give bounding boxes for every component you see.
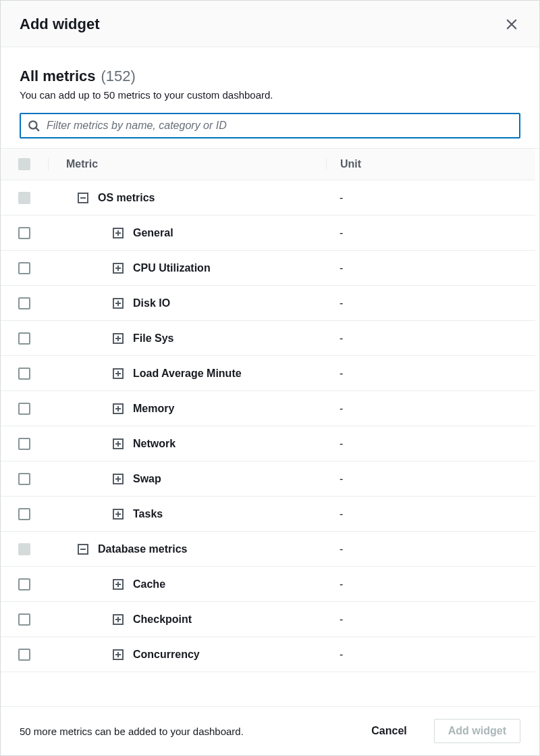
header-unit[interactable]: Unit [326, 158, 535, 170]
expand-icon[interactable] [113, 579, 124, 590]
row-checkbox[interactable] [18, 473, 30, 485]
svg-line-3 [36, 128, 39, 131]
table-row[interactable]: CPU Utilization- [1, 251, 535, 286]
row-checkbox[interactable] [18, 508, 30, 520]
table-header-row: Metric Unit [1, 149, 535, 180]
row-checkbox[interactable] [18, 192, 30, 204]
intro-section: All metrics (152) You can add up to 50 m… [1, 47, 539, 113]
row-checkbox[interactable] [18, 649, 30, 661]
search-section [1, 113, 539, 148]
row-checkbox[interactable] [18, 332, 30, 345]
unit-value: - [326, 613, 535, 626]
expand-icon[interactable] [113, 263, 124, 274]
intro-title-text: All metrics [20, 68, 96, 85]
unit-value: - [326, 508, 535, 520]
expand-icon[interactable] [113, 509, 124, 520]
expand-icon[interactable] [113, 228, 124, 238]
expand-icon[interactable] [113, 474, 124, 484]
collapse-icon[interactable] [78, 193, 88, 203]
svg-point-2 [29, 121, 36, 128]
close-icon [506, 18, 518, 30]
unit-value: - [326, 403, 535, 415]
modal-footer: 50 more metrics can be added to your das… [1, 706, 539, 755]
collapse-icon[interactable] [78, 544, 88, 555]
table-row[interactable]: Cache- [1, 567, 535, 602]
add-widget-button[interactable]: Add widget [434, 719, 520, 743]
unit-value: - [326, 227, 535, 239]
row-checkbox[interactable] [18, 613, 30, 626]
table-scroll[interactable]: Metric Unit OS metrics-General-CPU Utili… [1, 149, 539, 706]
table-row[interactable]: File Sys- [1, 321, 535, 356]
unit-value: - [326, 332, 535, 345]
metric-label: Cache [133, 578, 165, 590]
unit-value: - [326, 543, 535, 555]
expand-icon[interactable] [113, 403, 124, 414]
modal-title: Add widget [20, 16, 100, 33]
table-row[interactable]: Concurrency- [1, 637, 535, 672]
metric-label: File Sys [133, 332, 173, 345]
metric-label: Swap [133, 473, 161, 485]
expand-icon[interactable] [113, 333, 124, 344]
row-checkbox[interactable] [18, 543, 30, 555]
unit-value: - [326, 368, 535, 380]
unit-value: - [326, 297, 535, 309]
expand-icon[interactable] [113, 649, 124, 660]
row-checkbox[interactable] [18, 578, 30, 590]
modal-header: Add widget [1, 1, 539, 47]
unit-value: - [326, 262, 535, 274]
footer-text: 50 more metrics can be added to your das… [20, 726, 344, 737]
intro-count: (152) [101, 68, 136, 85]
table-row[interactable]: General- [1, 216, 535, 251]
table-row[interactable]: Disk IO- [1, 286, 535, 321]
metric-label: General [133, 227, 173, 239]
row-checkbox[interactable] [18, 297, 30, 309]
metric-label: Network [133, 438, 176, 450]
intro-subtitle: You can add up to 50 metrics to your cus… [20, 89, 520, 101]
table-row[interactable]: Memory- [1, 391, 535, 426]
metric-label: Database metrics [98, 543, 188, 555]
metric-label: Concurrency [133, 649, 200, 661]
table-row[interactable]: Tasks- [1, 497, 535, 532]
row-checkbox[interactable] [18, 403, 30, 415]
cancel-button[interactable]: Cancel [358, 720, 420, 742]
metric-label: Load Average Minute [133, 368, 242, 380]
row-checkbox[interactable] [18, 262, 30, 274]
expand-icon[interactable] [113, 438, 124, 449]
row-checkbox[interactable] [18, 227, 30, 239]
metric-label: CPU Utilization [133, 262, 211, 274]
metric-label: Tasks [133, 508, 163, 520]
unit-value: - [326, 578, 535, 590]
expand-icon[interactable] [113, 614, 124, 625]
search-box[interactable] [20, 113, 520, 138]
header-metric[interactable]: Metric [48, 158, 326, 170]
metrics-table: Metric Unit OS metrics-General-CPU Utili… [1, 148, 539, 706]
table-row[interactable]: Swap- [1, 461, 535, 497]
table-row[interactable]: Database metrics- [1, 532, 535, 567]
intro-title: All metrics (152) [20, 68, 520, 85]
select-all-checkbox[interactable] [18, 158, 30, 170]
add-widget-modal: Add widget All metrics (152) You can add… [0, 0, 540, 756]
unit-value: - [326, 473, 535, 485]
metric-label: Disk IO [133, 297, 170, 309]
table-row[interactable]: OS metrics- [1, 180, 535, 216]
metric-label: OS metrics [98, 192, 155, 204]
close-button[interactable] [503, 16, 520, 33]
row-checkbox[interactable] [18, 368, 30, 380]
unit-value: - [326, 192, 535, 204]
table-row[interactable]: Checkpoint- [1, 602, 535, 637]
search-input[interactable] [47, 120, 512, 132]
search-icon [28, 120, 40, 132]
row-checkbox[interactable] [18, 438, 30, 450]
table-row[interactable]: Load Average Minute- [1, 356, 535, 391]
unit-value: - [326, 649, 535, 661]
table-row[interactable]: Network- [1, 426, 535, 461]
metric-label: Memory [133, 403, 174, 415]
expand-icon[interactable] [113, 298, 124, 309]
unit-value: - [326, 438, 535, 450]
expand-icon[interactable] [113, 368, 124, 379]
metric-label: Checkpoint [133, 613, 192, 626]
